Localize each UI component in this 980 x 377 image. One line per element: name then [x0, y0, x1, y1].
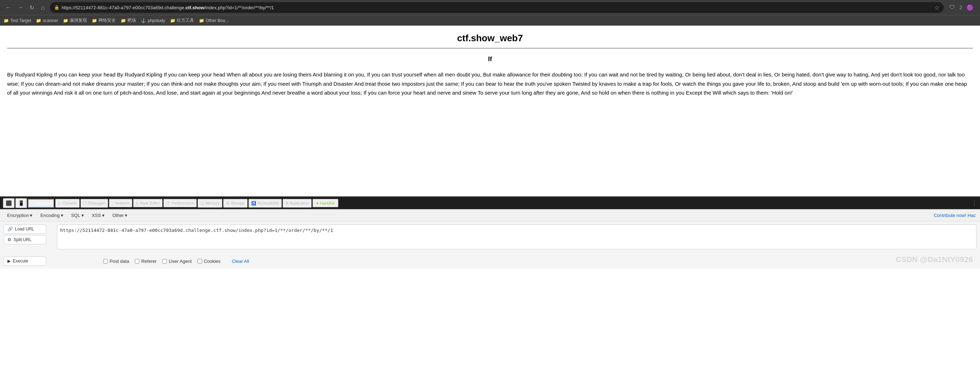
hackbar-panel: Encryption ▾ Encoding ▾ SQL ▾ XSS ▾ Othe… — [0, 209, 980, 269]
bookmark-label: Other Boo... — [206, 18, 229, 23]
bookmark-label: 网络安全 — [99, 17, 116, 24]
inspect-toggle[interactable]: ⬛ — [3, 198, 14, 208]
forward-button[interactable]: → — [16, 3, 25, 11]
tab-label: Storage — [231, 201, 245, 205]
bookmark-security[interactable]: 📁 网络安全 — [92, 17, 116, 24]
notifications-icon: 2 — [959, 5, 962, 10]
debugger-icon: ⬡ — [83, 201, 87, 205]
accessibility-icon: ♿ — [251, 201, 256, 205]
bookmark-vuln[interactable]: 📁 漏洞复现 — [63, 17, 87, 24]
bookmark-label: 漏洞复现 — [70, 17, 87, 24]
folder-icon: 📁 — [92, 18, 97, 23]
bookmark-label: phpstudy — [148, 18, 165, 23]
devtools-resize[interactable]: ⋮ — [972, 200, 977, 207]
url-area: https://52114472-881c-47a0-a797-e00cc703… — [57, 224, 977, 251]
tab-application[interactable]: ⊞ Application — [283, 199, 312, 208]
menu-encoding[interactable]: Encoding ▾ — [37, 212, 66, 219]
tab-memory[interactable]: ◫ Memory — [197, 199, 223, 208]
tab-label: Accessibility — [258, 201, 279, 205]
checkboxes-group: Post data Referer User Agent Cookies Cle… — [103, 259, 249, 264]
menu-encryption[interactable]: Encryption ▾ — [4, 212, 35, 219]
split-url-button[interactable]: ⚙ Split URL — [3, 235, 46, 244]
user-agent-input[interactable] — [162, 259, 167, 264]
hackbar-actions: 🔗 Load URL ⚙ Split URL https://52114472-… — [0, 221, 980, 254]
bookmark-scanner[interactable]: 📁 scanner — [36, 18, 58, 23]
hackbar-menu: Encryption ▾ Encoding ▾ SQL ▾ XSS ▾ Othe… — [0, 210, 980, 221]
sql-arrow: ▾ — [81, 213, 84, 218]
menu-sql[interactable]: SQL ▾ — [68, 212, 87, 219]
execute-icon: ▶ — [8, 259, 11, 264]
bookmark-target[interactable]: 📁 靶场 — [121, 17, 136, 24]
tab-accessibility[interactable]: ♿ Accessibility — [248, 199, 282, 208]
tab-label: Network — [115, 201, 129, 205]
browser-chrome: ← → ↻ ⌂ 🔒 https://52114472-881c-47a0-a79… — [0, 0, 980, 25]
tab-debugger[interactable]: ⬡ Debugger — [80, 199, 108, 208]
bookmark-red-tools[interactable]: 📁 红方工具 — [170, 17, 194, 24]
folder-icon: 📁 — [170, 18, 175, 23]
folder-icon: 📁 — [63, 18, 68, 23]
xss-arrow: ▾ — [102, 213, 105, 218]
folder-icon: 📁 — [199, 18, 204, 23]
menu-xss[interactable]: XSS ▾ — [89, 212, 107, 219]
refresh-button[interactable]: ↻ — [28, 3, 36, 12]
cookies-input[interactable] — [197, 259, 202, 264]
bookmarks-bar: 📁 Test Target 📁 scanner 📁 漏洞复现 📁 网络安全 📁 … — [0, 15, 980, 25]
url-prefix: https://52114472-881c-47a0-a797-e00cc703… — [62, 5, 185, 10]
load-url-button[interactable]: 🔗 Load URL — [3, 224, 46, 234]
url-input[interactable]: https://52114472-881c-47a0-a797-e00cc703… — [57, 224, 977, 249]
bookmark-test-target[interactable]: 📁 Test Target — [3, 18, 31, 23]
page-content: ctf.show_web7 If By Rudyard Kipling If y… — [0, 25, 980, 196]
tab-label: Debugger — [88, 201, 105, 205]
other-arrow: ▾ — [125, 213, 127, 218]
tab-network[interactable]: ↕ Network — [109, 199, 132, 207]
tab-label: Style Editor — [140, 201, 160, 205]
home-button[interactable]: ⌂ — [39, 3, 47, 12]
hackbar-dot-icon: ● — [316, 201, 318, 205]
encoding-arrow: ▾ — [61, 213, 63, 218]
tab-hackbar[interactable]: ● HackBar — [312, 199, 339, 207]
back-button[interactable]: ← — [3, 3, 13, 11]
console-icon: ▷ — [58, 201, 61, 205]
poem-text: By Rudyard Kipling If you can keep your … — [7, 70, 973, 97]
hackbar-left-buttons: 🔗 Load URL ⚙ Split URL — [3, 224, 53, 251]
contribute-link[interactable]: Contribute now! Hac — [934, 213, 976, 218]
encryption-label: Encryption — [7, 213, 29, 218]
tab-console[interactable]: ▷ Console — [55, 199, 80, 208]
clear-all-button[interactable]: Clear All — [232, 259, 249, 264]
devtools-bar: ⬛ 📱 ⬚ Inspector ▷ Console ⬡ Debugger ↕ N… — [0, 196, 980, 209]
bookmark-star[interactable]: ☆ — [934, 4, 939, 11]
menu-other[interactable]: Other ▾ — [110, 212, 130, 219]
user-agent-label: User Agent — [169, 259, 191, 264]
execute-button[interactable]: ▶ Execute — [3, 256, 46, 266]
referer-checkbox[interactable]: Referer — [135, 259, 157, 264]
user-agent-checkbox[interactable]: User Agent — [162, 259, 191, 264]
referer-input[interactable] — [135, 259, 140, 264]
browser-toolbar: ← → ↻ ⌂ 🔒 https://52114472-881c-47a0-a79… — [0, 0, 980, 15]
hackbar-bottom: ▶ Execute Post data Referer User Agent C… — [0, 254, 980, 269]
security-icon: 🔒 — [54, 5, 59, 10]
sql-label: SQL — [71, 213, 80, 218]
performance-icon: ⏱ — [166, 201, 170, 205]
execute-label: Execute — [13, 259, 28, 264]
divider — [7, 48, 973, 48]
browser-icons: 🛡 2 🟣 — [947, 4, 977, 11]
post-data-checkbox[interactable]: Post data — [103, 259, 129, 264]
address-bar[interactable]: 🔒 https://52114472-881c-47a0-a797-e00cc7… — [50, 2, 944, 13]
folder-icon: 📁 — [121, 18, 126, 23]
poem-subtitle: If — [7, 56, 973, 63]
post-data-input[interactable] — [103, 259, 108, 264]
tab-inspector[interactable]: ⬚ Inspector — [28, 199, 54, 208]
cookies-checkbox[interactable]: Cookies — [197, 259, 221, 264]
bookmark-phpstudy[interactable]: ⚓ phpstudy — [141, 18, 165, 23]
page-title: ctf.show_web7 — [7, 33, 973, 44]
url-suffix: /index.php?id=1/**/order/**/by/**/1 — [204, 5, 274, 10]
bookmark-other[interactable]: 📁 Other Boo... — [199, 18, 229, 23]
responsive-toggle[interactable]: 📱 — [15, 198, 27, 208]
tab-performance[interactable]: ⏱ Performance — [163, 199, 197, 207]
network-icon: ↕ — [112, 201, 114, 205]
memory-icon: ◫ — [200, 201, 204, 205]
tab-style-editor[interactable]: {} Style Editor — [133, 199, 163, 207]
inspector-icon: ⬚ — [30, 201, 34, 205]
split-url-label: Split URL — [14, 237, 32, 242]
tab-storage[interactable]: ☰ Storage — [223, 199, 248, 208]
